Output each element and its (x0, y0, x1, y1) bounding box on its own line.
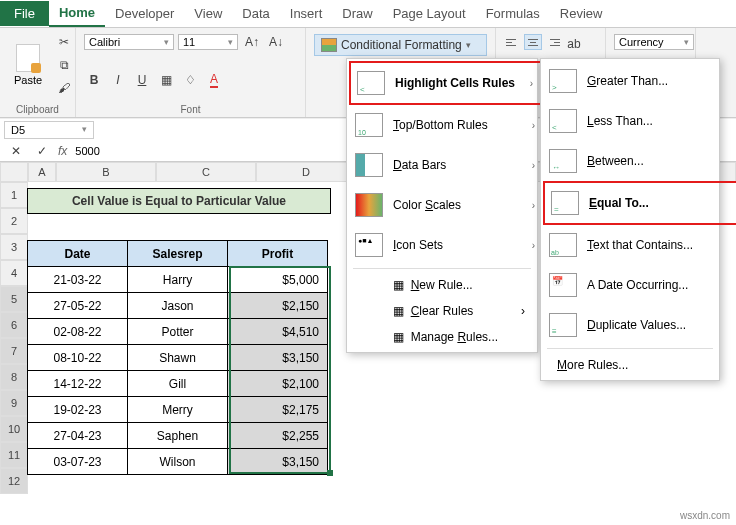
cell-rep[interactable]: Shawn (128, 345, 228, 371)
menu-text-contains[interactable]: Text that Contains... (543, 225, 736, 265)
align-center-button[interactable] (524, 34, 542, 50)
cell-rep[interactable]: Wilson (128, 449, 228, 475)
cell-profit[interactable]: $5,000 (228, 267, 328, 293)
conditional-formatting-button[interactable]: Conditional Formatting ▾ (314, 34, 487, 56)
menu-top-bottom-rules[interactable]: Top/Bottom Rules › (349, 105, 549, 145)
row-header[interactable]: 7 (0, 338, 28, 364)
col-header-d[interactable]: D (256, 162, 356, 182)
cell-date[interactable]: 08-10-22 (28, 345, 128, 371)
cell-rep[interactable]: Potter (128, 319, 228, 345)
tab-review[interactable]: Review (550, 1, 613, 26)
menu-greater-than[interactable]: Greater Than... (543, 61, 736, 101)
borders-button[interactable]: ▦ (156, 70, 176, 90)
cut-icon[interactable]: ✂ (54, 32, 74, 52)
menu-manage-rules[interactable]: ▦ Manage Rules... (349, 324, 535, 350)
row-header[interactable]: 3 (0, 234, 28, 260)
menu-more-rules[interactable]: More Rules... (543, 352, 717, 378)
cell-rep[interactable]: Harry (128, 267, 228, 293)
menu-data-bars[interactable]: Data Bars › (349, 145, 549, 185)
row-header[interactable]: 2 (0, 208, 28, 234)
enter-icon[interactable]: ✓ (32, 141, 52, 161)
tab-draw[interactable]: Draw (332, 1, 382, 26)
menu-icon-sets[interactable]: Icon Sets › (349, 225, 549, 265)
row-header[interactable]: 10 (0, 416, 28, 442)
select-all-corner[interactable] (0, 162, 28, 182)
number-format-select[interactable]: Currency (614, 34, 694, 50)
row-header[interactable]: 4 (0, 260, 28, 286)
menu-duplicate-values[interactable]: Duplicate Values... (543, 305, 736, 345)
font-family-select[interactable]: Calibri (84, 34, 174, 50)
row-header[interactable]: 5 (0, 286, 28, 312)
cancel-icon[interactable]: ✕ (6, 141, 26, 161)
menu-between[interactable]: Between... (543, 141, 736, 181)
format-painter-icon[interactable]: 🖌 (54, 78, 74, 98)
tab-formulas[interactable]: Formulas (476, 1, 550, 26)
tab-data[interactable]: Data (232, 1, 279, 26)
tab-developer[interactable]: Developer (105, 1, 184, 26)
fx-icon[interactable]: fx (58, 144, 67, 158)
cell-profit[interactable]: $2,100 (228, 371, 328, 397)
col-date[interactable]: Date (28, 241, 128, 267)
menu-less-than[interactable]: Less Than... (543, 101, 736, 141)
align-group: ab (504, 34, 597, 54)
tab-home[interactable]: Home (49, 0, 105, 27)
row-header[interactable]: 12 (0, 468, 28, 494)
row-header[interactable]: 11 (0, 442, 28, 468)
icon-sets-icon (355, 233, 383, 257)
row-header[interactable]: 6 (0, 312, 28, 338)
cell-profit[interactable]: $2,255 (228, 423, 328, 449)
cell-date[interactable]: 14-12-22 (28, 371, 128, 397)
col-header-a[interactable]: A (28, 162, 56, 182)
cell-rep[interactable]: Jason (128, 293, 228, 319)
underline-button[interactable]: U (132, 70, 152, 90)
title-cell[interactable]: Cell Value is Equal to Particular Value (27, 188, 331, 214)
cell-date[interactable]: 27-04-23 (28, 423, 128, 449)
fill-color-button[interactable]: ♢ (180, 70, 200, 90)
copy-icon[interactable]: ⧉ (54, 55, 74, 75)
cell-date[interactable]: 02-08-22 (28, 319, 128, 345)
cell-profit[interactable]: $3,150 (228, 449, 328, 475)
cell-profit[interactable]: $2,175 (228, 397, 328, 423)
tab-view[interactable]: View (184, 1, 232, 26)
align-left-button[interactable] (504, 34, 522, 50)
formula-input[interactable] (73, 143, 215, 159)
name-box[interactable]: D5 (4, 121, 94, 139)
paste-button[interactable]: Paste (8, 42, 48, 88)
menu-label: Less Than... (587, 114, 729, 128)
bold-button[interactable]: B (84, 70, 104, 90)
menu-date-occurring[interactable]: A Date Occurring... (543, 265, 736, 305)
col-header-c[interactable]: C (156, 162, 256, 182)
tab-pagelayout[interactable]: Page Layout (383, 1, 476, 26)
italic-button[interactable]: I (108, 70, 128, 90)
col-header-b[interactable]: B (56, 162, 156, 182)
row-header[interactable]: 1 (0, 182, 28, 208)
menu-new-rule[interactable]: ▦ New Rule... (349, 272, 535, 298)
cell-profit[interactable]: $4,510 (228, 319, 328, 345)
menu-highlight-cells-rules[interactable]: Highlight Cells Rules › (349, 61, 549, 105)
row-header[interactable]: 9 (0, 390, 28, 416)
tab-insert[interactable]: Insert (280, 1, 333, 26)
orientation-button[interactable]: ab (564, 34, 584, 54)
cell-date[interactable]: 03-07-23 (28, 449, 128, 475)
menu-equal-to[interactable]: Equal To... (543, 181, 736, 225)
cell-rep[interactable]: Gill (128, 371, 228, 397)
file-tab[interactable]: File (0, 1, 49, 26)
col-salesrep[interactable]: Salesrep (128, 241, 228, 267)
menu-label: Icon Sets (393, 238, 522, 252)
col-profit[interactable]: Profit (228, 241, 328, 267)
align-right-button[interactable] (544, 34, 562, 50)
cell-rep[interactable]: Saphen (128, 423, 228, 449)
decrease-font-icon[interactable]: A↓ (266, 32, 286, 52)
cell-date[interactable]: 21-03-22 (28, 267, 128, 293)
menu-clear-rules[interactable]: ▦ Clear Rules› (349, 298, 535, 324)
cell-profit[interactable]: $2,150 (228, 293, 328, 319)
font-color-button[interactable]: A (204, 70, 224, 90)
cell-date[interactable]: 27-05-22 (28, 293, 128, 319)
font-size-select[interactable]: 11 (178, 34, 238, 50)
cell-date[interactable]: 19-02-23 (28, 397, 128, 423)
increase-font-icon[interactable]: A↑ (242, 32, 262, 52)
menu-color-scales[interactable]: Color Scales › (349, 185, 549, 225)
cell-rep[interactable]: Merry (128, 397, 228, 423)
cell-profit[interactable]: $3,150 (228, 345, 328, 371)
row-header[interactable]: 8 (0, 364, 28, 390)
